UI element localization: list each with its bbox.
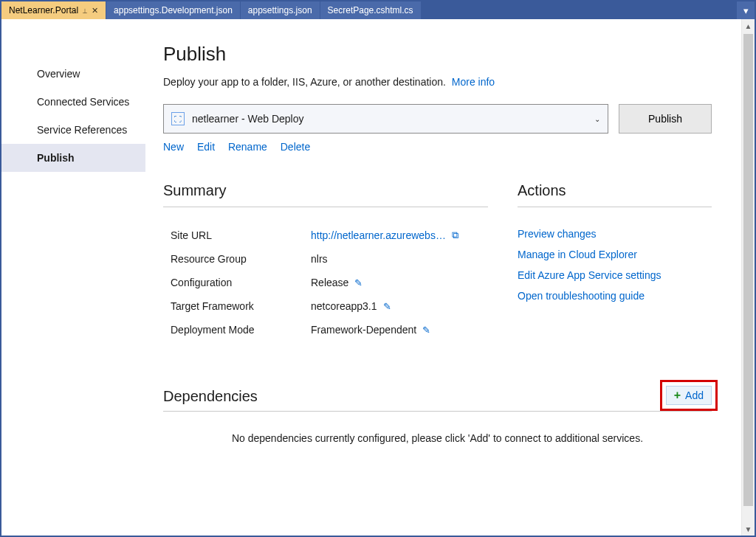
columns: Summary Site URL http://netlearner.azure… bbox=[163, 182, 712, 342]
summary-row-resource-group: Resource Group nlrs bbox=[163, 247, 488, 271]
dependencies-empty-text: No dependencies currently configured, pl… bbox=[163, 412, 712, 444]
pencil-icon[interactable]: ✎ bbox=[383, 301, 391, 312]
publish-button[interactable]: Publish bbox=[619, 104, 712, 134]
tab-appsettings[interactable]: appsettings.json bbox=[241, 1, 320, 19]
tab-label: appsettings.Development.json bbox=[114, 5, 233, 15]
pencil-icon[interactable]: ✎ bbox=[354, 277, 362, 288]
profile-new-link[interactable]: New bbox=[163, 141, 184, 153]
tab-overflow-menu-icon[interactable]: ▾ bbox=[737, 1, 755, 19]
summary-row-configuration: Configuration Release ✎ bbox=[163, 271, 488, 294]
profile-selected-label: netlearner - Web Deploy bbox=[192, 113, 303, 125]
tab-appsettings-dev[interactable]: appsettings.Development.json bbox=[106, 1, 241, 19]
summary-row-deployment-mode: Deployment Mode Framework-Dependent ✎ bbox=[163, 318, 488, 342]
sidebar-item-service-references[interactable]: Service References bbox=[1, 116, 145, 144]
tab-spacer bbox=[422, 1, 737, 19]
sidebar: Overview Connected Services Service Refe… bbox=[1, 19, 145, 536]
tab-label: NetLearner.Portal bbox=[9, 5, 78, 15]
content: Publish Deploy your app to a folder, IIS… bbox=[145, 19, 741, 536]
sidebar-item-connected-services[interactable]: Connected Services bbox=[1, 88, 145, 116]
scroll-down-arrow-icon[interactable]: ▼ bbox=[742, 522, 755, 536]
scroll-up-arrow-icon[interactable]: ▲ bbox=[742, 19, 755, 32]
action-preview-changes[interactable]: Preview changes bbox=[518, 224, 712, 244]
vertical-scrollbar[interactable]: ▲ ▼ bbox=[741, 19, 755, 536]
summary-row-site-url: Site URL http://netlearner.azurewebs… ⧉ bbox=[163, 224, 488, 247]
page-description: Deploy your app to a folder, IIS, Azure,… bbox=[163, 76, 712, 88]
summary-heading: Summary bbox=[163, 182, 488, 207]
pencil-icon[interactable]: ✎ bbox=[422, 325, 430, 336]
chevron-down-icon: ⌄ bbox=[594, 115, 600, 123]
content-wrap: Publish Deploy your app to a folder, IIS… bbox=[145, 19, 755, 536]
profile-delete-link[interactable]: Delete bbox=[281, 141, 310, 153]
tab-secretpage[interactable]: SecretPage.cshtml.cs bbox=[320, 1, 422, 19]
web-deploy-icon: ⛶ bbox=[171, 112, 185, 125]
page-title: Publish bbox=[163, 43, 712, 66]
summary-row-target-framework: Target Framework netcoreapp3.1 ✎ bbox=[163, 294, 488, 318]
action-edit-app-service-settings[interactable]: Edit Azure App Service settings bbox=[518, 265, 712, 285]
summary-column: Summary Site URL http://netlearner.azure… bbox=[163, 182, 488, 342]
site-url-link[interactable]: http://netlearner.azurewebs… bbox=[311, 229, 446, 241]
action-manage-cloud-explorer[interactable]: Manage in Cloud Explorer bbox=[518, 244, 712, 265]
sidebar-item-publish[interactable]: Publish bbox=[1, 144, 145, 172]
sidebar-item-overview[interactable]: Overview bbox=[1, 60, 145, 88]
action-open-troubleshooting[interactable]: Open troubleshooting guide bbox=[518, 285, 712, 306]
close-icon[interactable]: ✕ bbox=[92, 6, 98, 15]
profile-edit-link[interactable]: Edit bbox=[197, 141, 215, 153]
profile-rename-link[interactable]: Rename bbox=[228, 141, 267, 153]
dependencies-header: Dependencies + Add bbox=[163, 386, 712, 412]
scroll-thumb[interactable] bbox=[743, 34, 753, 506]
actions-heading: Actions bbox=[518, 182, 712, 207]
main-area: Overview Connected Services Service Refe… bbox=[1, 19, 755, 536]
pin-icon[interactable]: ⟂ bbox=[83, 7, 87, 15]
profile-row: ⛶ netlearner - Web Deploy ⌄ Publish bbox=[163, 104, 712, 134]
actions-column: Actions Preview changes Manage in Cloud … bbox=[518, 182, 712, 342]
copy-icon[interactable]: ⧉ bbox=[452, 229, 458, 241]
tab-label: appsettings.json bbox=[248, 5, 312, 15]
more-info-link[interactable]: More info bbox=[452, 76, 495, 88]
publish-profile-dropdown[interactable]: ⛶ netlearner - Web Deploy ⌄ bbox=[163, 104, 608, 134]
tab-netlearner-portal[interactable]: NetLearner.Portal ⟂ ✕ bbox=[1, 1, 106, 19]
profile-links: New Edit Rename Delete bbox=[163, 141, 712, 153]
annotation-highlight bbox=[660, 380, 718, 411]
tab-label: SecretPage.cshtml.cs bbox=[328, 5, 413, 15]
dependencies-heading: Dependencies bbox=[163, 388, 258, 405]
tab-strip: NetLearner.Portal ⟂ ✕ appsettings.Develo… bbox=[1, 1, 755, 19]
